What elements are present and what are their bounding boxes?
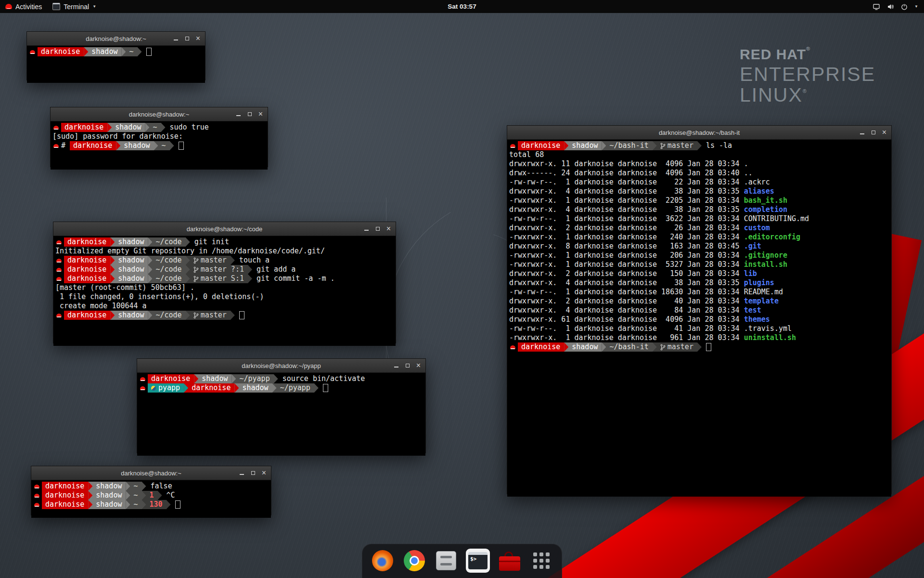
window-titlebar[interactable]: darknoise@shadow:~ × xyxy=(51,107,268,121)
close-button[interactable]: × xyxy=(194,32,202,45)
redhat-prompt-icon xyxy=(33,482,42,491)
prompt-segment-exe: .gitignore xyxy=(744,251,787,260)
dock-files-button[interactable] xyxy=(434,549,458,573)
window-titlebar[interactable]: darknoise@shadow:~ × xyxy=(27,32,205,46)
command-text: false xyxy=(146,482,172,491)
toolbox-icon xyxy=(499,556,520,571)
terminal-line: darknoiseshadow~/bash-itmaster ls -la xyxy=(509,141,889,150)
close-button[interactable]: × xyxy=(260,466,268,480)
close-button[interactable]: × xyxy=(257,107,264,121)
powerline-arrow-icon xyxy=(186,256,190,265)
redhat-prompt-icon xyxy=(509,342,518,352)
terminal-cursor xyxy=(706,343,711,351)
redhat-prompt-icon xyxy=(55,237,64,247)
window-title: darknoise@shadow:~/code xyxy=(53,225,396,233)
prompt-segment-path: ~/pyapp xyxy=(277,383,314,393)
terminal-content[interactable]: darknoiseshadow~/code git initInitialize… xyxy=(53,236,396,346)
terminal-content[interactable]: darknoiseshadow~/pyapp source bin/activa… xyxy=(137,373,425,456)
terminal-line: darknoiseshadow~/pyapp source bin/activa… xyxy=(139,374,424,383)
terminal-content[interactable]: darknoiseshadow~ falsedarknoiseshadow~1 … xyxy=(31,480,271,518)
terminal-line: # darknoiseshadow~ xyxy=(52,141,266,150)
close-button[interactable]: × xyxy=(415,359,422,372)
minimize-button[interactable] xyxy=(859,126,866,139)
output-text: drwxrwxr-x. 4 darknoise darknoise 38 Jan… xyxy=(509,205,744,214)
output-text: drwxrwxr-x. 8 darknoise darknoise 163 Ja… xyxy=(509,242,744,251)
minimize-button[interactable] xyxy=(238,466,245,480)
terminal-line: drwxrwxr-x. 2 darknoise darknoise 150 Ja… xyxy=(509,269,889,278)
maximize-button[interactable] xyxy=(246,107,253,121)
prompt-segment-host: shadow xyxy=(115,274,148,283)
prompt-segment-user: darknoise xyxy=(518,141,564,150)
dock-app-grid-button[interactable] xyxy=(529,549,553,573)
terminal-app-icon: $> xyxy=(468,552,488,569)
prompt-segment-host: shadow xyxy=(198,374,231,383)
powerline-arrow-icon xyxy=(186,265,190,274)
maximize-button[interactable] xyxy=(404,359,411,372)
powerline-arrow-icon xyxy=(148,274,152,283)
terminal-content[interactable]: darknoiseshadow~ xyxy=(27,46,205,83)
close-button[interactable]: × xyxy=(385,222,392,236)
dock-toolbox-button[interactable] xyxy=(498,549,522,573)
minimize-button[interactable] xyxy=(172,32,180,45)
window-titlebar[interactable]: darknoise@shadow:~/code × xyxy=(53,222,396,236)
prompt-segment-exe: .editorconfig xyxy=(744,233,800,242)
prompt-segment-dir: test xyxy=(744,306,761,315)
terminal-line: drwxrwxr-x. 61 darknoise darknoise 4096 … xyxy=(509,315,889,324)
prompt-segment-dir: aliases xyxy=(744,187,774,196)
system-status-area[interactable]: ▼ xyxy=(867,0,924,13)
output-text: drwxrwxr-x. 11 darknoise darknoise 4096 … xyxy=(509,159,748,169)
powerline-arrow-icon xyxy=(110,237,115,247)
terminal-content[interactable]: darknoiseshadow~/bash-itmaster ls -latot… xyxy=(507,140,891,497)
minimize-button[interactable] xyxy=(235,107,242,121)
redhat-prompt-icon xyxy=(33,500,42,509)
window-titlebar[interactable]: darknoise@shadow:~/pyapp × xyxy=(137,359,425,373)
maximize-button[interactable] xyxy=(183,32,191,45)
terminal-line: darknoiseshadow~/codemaster xyxy=(55,311,394,320)
powerline-arrow-icon xyxy=(84,47,88,56)
minimize-button[interactable] xyxy=(393,359,400,372)
command-text: git init xyxy=(190,237,229,247)
terminal-line: darknoiseshadow~ sudo true xyxy=(52,123,266,132)
prompt-segment-exe: bash_it.sh xyxy=(744,196,787,205)
powerline-arrow-icon xyxy=(564,342,568,352)
powerline-arrow-icon xyxy=(126,491,130,500)
dock-terminal-button[interactable]: $> xyxy=(466,549,490,573)
output-text: [master (root-commit) 50bcb63] . xyxy=(55,283,194,292)
maximize-button[interactable] xyxy=(870,126,877,139)
powerline-arrow-icon xyxy=(142,491,146,500)
prompt-segment-dir: themes xyxy=(744,315,770,324)
terminal-line: -rwxrwxr-x. 1 darknoise darknoise 240 Ja… xyxy=(509,233,889,242)
terminal-window-sudo: darknoise@shadow:~ × darknoiseshadow~ su… xyxy=(50,107,268,167)
powerline-arrow-icon xyxy=(148,265,152,274)
powerline-arrow-icon xyxy=(148,237,152,247)
dock-firefox-button[interactable] xyxy=(371,549,395,573)
window-titlebar[interactable]: darknoise@shadow:~/bash-it × xyxy=(507,126,891,140)
dock-chrome-button[interactable] xyxy=(402,549,426,573)
window-titlebar[interactable]: darknoise@shadow:~ × xyxy=(31,466,271,480)
prompt-segment-host: shadow xyxy=(92,482,126,491)
terminal-cursor xyxy=(179,142,184,150)
powerline-arrow-icon xyxy=(231,256,235,265)
prompt-segment-path: ~ xyxy=(126,47,137,56)
prompt-segment-host: shadow xyxy=(115,311,148,320)
redhat-prompt-icon xyxy=(52,141,61,150)
dock: $> xyxy=(362,544,562,578)
clock[interactable]: Sat 03:57 xyxy=(448,3,476,10)
prompt-segment-exe: install.sh xyxy=(744,260,787,269)
prompt-segment-path: ~/code xyxy=(152,274,185,283)
terminal-window-home-2: darknoise@shadow:~ × darknoiseshadow~ fa… xyxy=(31,466,271,515)
terminal-line: darknoiseshadow~1 ^C xyxy=(33,491,269,500)
powerline-arrow-icon xyxy=(110,274,115,283)
chevron-down-icon: ▼ xyxy=(92,4,96,9)
prompt-segment-path: ~/bash-it xyxy=(606,141,652,150)
output-text: Initialized empty Git repository in /hom… xyxy=(55,247,325,256)
activities-button[interactable]: Activities xyxy=(0,0,47,13)
terminal-content[interactable]: darknoiseshadow~ sudo true[sudo] passwor… xyxy=(51,121,268,170)
close-button[interactable]: × xyxy=(881,126,888,139)
app-menu-button[interactable]: Terminal ▼ xyxy=(47,0,102,13)
maximize-button[interactable] xyxy=(374,222,381,236)
powerline-arrow-icon xyxy=(234,383,239,393)
terminal-line: darknoiseshadow~ xyxy=(29,47,203,56)
minimize-button[interactable] xyxy=(363,222,370,236)
maximize-button[interactable] xyxy=(249,466,257,480)
